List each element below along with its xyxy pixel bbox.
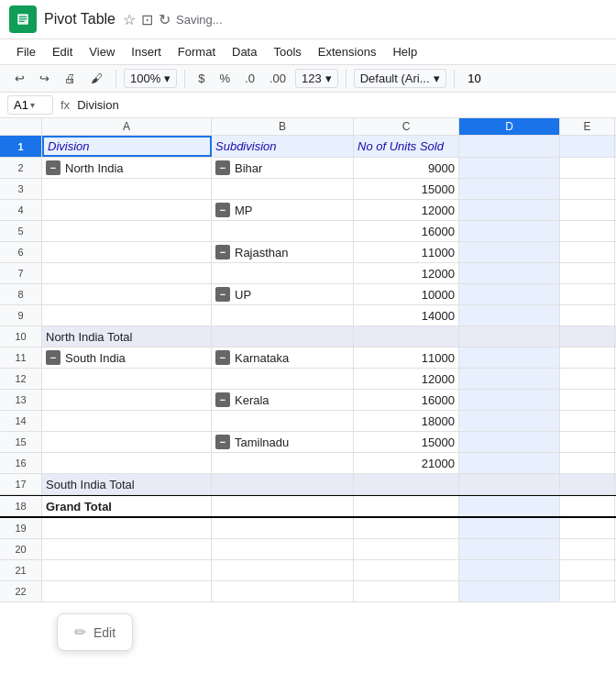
cell-d2[interactable]: [459, 158, 560, 178]
menu-file[interactable]: File: [9, 41, 43, 62]
menu-help[interactable]: Help: [385, 41, 424, 62]
cell-b16[interactable]: [212, 453, 354, 473]
cell-c15[interactable]: 15000: [354, 432, 459, 452]
cell-c3[interactable]: 15000: [354, 179, 459, 199]
col-header-a[interactable]: A: [42, 118, 212, 135]
cell-c20[interactable]: [354, 539, 459, 559]
cell-c8[interactable]: 10000: [354, 284, 459, 304]
cell-e16[interactable]: [560, 453, 615, 473]
font-size-input[interactable]: [462, 72, 488, 85]
cell-d12[interactable]: [459, 369, 560, 389]
cell-a19[interactable]: [42, 518, 212, 538]
cell-e9[interactable]: [560, 305, 615, 325]
cell-b17[interactable]: [212, 474, 354, 494]
cell-b15[interactable]: − Tamilnadu: [212, 432, 354, 452]
cell-e22[interactable]: [560, 581, 615, 601]
cell-b11[interactable]: − Karnataka: [212, 348, 354, 368]
cell-b6[interactable]: − Rajasthan: [212, 242, 354, 262]
cell-e11[interactable]: [560, 348, 615, 368]
cell-b14[interactable]: [212, 411, 354, 431]
cell-a22[interactable]: [42, 581, 212, 601]
collapse-kerala-button[interactable]: −: [215, 392, 230, 407]
cell-c1[interactable]: No of Units Sold: [354, 136, 459, 157]
cell-b4[interactable]: − MP: [212, 200, 354, 220]
refresh-icon[interactable]: ↻: [159, 11, 170, 28]
cell-a21[interactable]: [42, 560, 212, 580]
col-header-b[interactable]: B: [212, 118, 354, 135]
cell-a7[interactable]: [42, 263, 212, 283]
cell-a1[interactable]: Division: [42, 136, 212, 157]
cell-e4[interactable]: [560, 200, 615, 220]
cell-a20[interactable]: [42, 539, 212, 559]
cell-c7[interactable]: 12000: [354, 263, 459, 283]
cell-c17[interactable]: [354, 474, 459, 494]
cell-reference[interactable]: A1 ▾: [7, 95, 53, 115]
cell-b7[interactable]: [212, 263, 354, 283]
cell-e5[interactable]: [560, 221, 615, 241]
cell-d13[interactable]: [459, 390, 560, 410]
paint-format-button[interactable]: 🖌: [85, 69, 108, 88]
collapse-south-india-button[interactable]: −: [46, 350, 60, 365]
cell-b18[interactable]: [212, 496, 354, 516]
cell-a17[interactable]: South India Total: [42, 474, 212, 494]
collapse-bihar-button[interactable]: −: [215, 160, 230, 175]
cell-c5[interactable]: 16000: [354, 221, 459, 241]
cell-e2[interactable]: [560, 158, 615, 178]
cell-a5[interactable]: [42, 221, 212, 241]
cell-c6[interactable]: 11000: [354, 242, 459, 262]
cell-d9[interactable]: [459, 305, 560, 325]
cell-e15[interactable]: [560, 432, 615, 452]
cell-a3[interactable]: [42, 179, 212, 199]
cell-d14[interactable]: [459, 411, 560, 431]
cell-b21[interactable]: [212, 560, 354, 580]
collapse-north-india-button[interactable]: −: [46, 160, 60, 175]
cell-e13[interactable]: [560, 390, 615, 410]
cell-b5[interactable]: [212, 221, 354, 241]
formula-content[interactable]: Division: [77, 98, 609, 112]
cell-e7[interactable]: [560, 263, 615, 283]
cell-a14[interactable]: [42, 411, 212, 431]
cell-a9[interactable]: [42, 305, 212, 325]
cell-b2[interactable]: − Bihar: [212, 158, 354, 178]
col-header-c[interactable]: C: [354, 118, 459, 135]
col-header-e[interactable]: E: [560, 118, 615, 135]
decimal00-button[interactable]: .00: [264, 69, 292, 88]
cell-c14[interactable]: 18000: [354, 411, 459, 431]
cell-d6[interactable]: [459, 242, 560, 262]
cell-d1[interactable]: [459, 136, 560, 157]
format-selector[interactable]: 123 ▾: [295, 69, 338, 88]
menu-tools[interactable]: Tools: [266, 41, 308, 62]
zoom-selector[interactable]: 100% ▾: [124, 69, 177, 88]
cell-e18[interactable]: [560, 496, 615, 516]
cell-b1[interactable]: Subdivision: [212, 136, 354, 157]
cell-d11[interactable]: [459, 348, 560, 368]
percent-button[interactable]: %: [214, 69, 236, 88]
cell-d15[interactable]: [459, 432, 560, 452]
cell-c13[interactable]: 16000: [354, 390, 459, 410]
cell-a18[interactable]: Grand Total: [42, 496, 212, 516]
cell-a16[interactable]: [42, 453, 212, 473]
cell-d19[interactable]: [459, 518, 560, 538]
cell-a15[interactable]: [42, 432, 212, 452]
cell-c2[interactable]: 9000: [354, 158, 459, 178]
collapse-rajasthan-button[interactable]: −: [215, 245, 230, 259]
cell-d21[interactable]: [459, 560, 560, 580]
cell-c12[interactable]: 12000: [354, 369, 459, 389]
menu-data[interactable]: Data: [225, 41, 264, 62]
cell-e14[interactable]: [560, 411, 615, 431]
cell-a6[interactable]: [42, 242, 212, 262]
collapse-up-button[interactable]: −: [215, 287, 230, 302]
col-header-d[interactable]: D: [459, 118, 560, 135]
edit-tooltip[interactable]: ✏ Edit: [57, 613, 133, 651]
collapse-karnataka-button[interactable]: −: [215, 350, 230, 365]
menu-view[interactable]: View: [82, 41, 122, 62]
menu-insert[interactable]: Insert: [124, 41, 169, 62]
cell-b10[interactable]: [212, 326, 354, 347]
cell-a11[interactable]: − South India: [42, 348, 212, 368]
cell-b3[interactable]: [212, 179, 354, 199]
cell-c11[interactable]: 11000: [354, 348, 459, 368]
cell-b22[interactable]: [212, 581, 354, 601]
menu-format[interactable]: Format: [170, 41, 223, 62]
cell-d8[interactable]: [459, 284, 560, 304]
cell-a8[interactable]: [42, 284, 212, 304]
